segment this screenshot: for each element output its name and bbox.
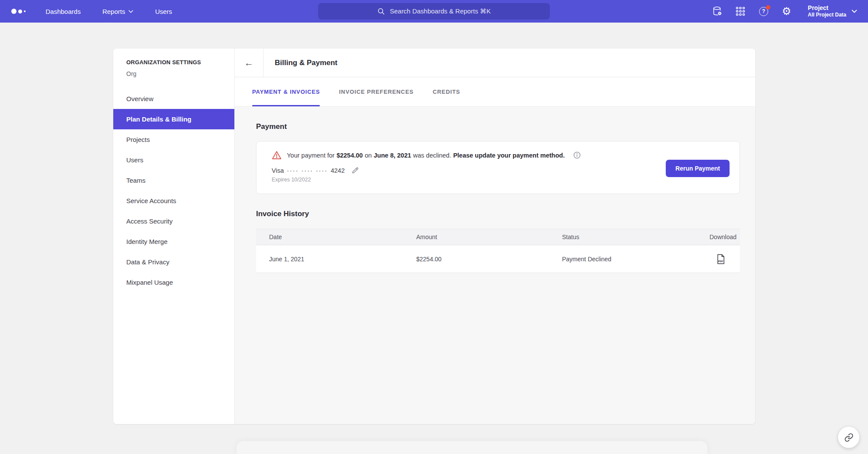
sidebar-items: Overview Plan Details & Billing Projects… [113,89,234,293]
nav-link-reports[interactable]: Reports [102,8,134,15]
billing-tabs: PAYMENT & INVOICES INVOICE PREFERENCES C… [235,77,755,107]
nav-link-dashboards[interactable]: Dashboards [46,8,81,15]
column-status: Status [562,234,697,240]
bottom-sheet-shadow [237,441,707,454]
invoice-table: Date Amount Status Download June 1, 2021… [256,229,740,273]
warning-triangle-icon [272,151,282,160]
sidebar-item-access-security[interactable]: Access Security [113,211,234,231]
back-button[interactable]: ← [235,49,263,77]
sidebar-title: ORGANIZATION SETTINGS [126,59,234,66]
invoice-amount: $2254.00 [416,256,562,263]
back-arrow-icon: ← [244,58,253,68]
sidebar-item-overview[interactable]: Overview [113,89,234,109]
tab-invoice-preferences[interactable]: INVOICE PREFERENCES [339,77,414,106]
apps-grid-icon[interactable] [735,6,746,16]
column-download: Download [710,234,736,240]
nav-link-users[interactable]: Users [155,8,172,15]
invoice-row: June 1, 2021 $2254.00 Payment Declined P… [256,245,740,273]
search-placeholder: Search Dashboards & Reports ⌘K [390,7,491,15]
chevron-down-icon [852,10,857,13]
settings-gear-icon[interactable]: ⚙ [781,6,792,16]
share-link-button[interactable] [838,427,859,448]
card-brand: Visa [272,167,284,174]
data-management-icon[interactable] [712,6,723,16]
invoice-table-header: Date Amount Status Download [256,229,740,245]
pdf-download-icon[interactable]: PDF [716,254,725,264]
tab-payment-invoices[interactable]: PAYMENT & INVOICES [252,77,320,106]
payment-warning-card: Your payment for$2254.00onJune 8, 2021wa… [256,141,740,194]
sidebar-item-projects[interactable]: Projects [113,129,234,150]
nav-links: Dashboards Reports Users [46,8,172,15]
invoice-status: Payment Declined [562,256,697,263]
payment-method: Visa ···· ···· ···· 4242 [272,166,729,174]
project-label: Project [808,4,828,12]
column-amount: Amount [416,234,562,240]
invoice-date: June 1, 2021 [269,256,416,263]
link-icon [844,433,854,442]
settings-panel: ORGANIZATION SETTINGS Org Overview Plan … [113,49,755,424]
tab-credits[interactable]: CREDITS [433,77,460,106]
sidebar-item-data-privacy[interactable]: Data & Privacy [113,252,234,272]
card-masked-digits: ···· ···· ···· [287,167,328,174]
top-navbar: Dashboards Reports Users Search Dashboar… [0,0,868,23]
rerun-payment-button[interactable]: Rerun Payment [666,160,730,177]
navbar-right: ? ⚙ Project All Project Data [712,0,857,23]
billing-main: ← Billing & Payment PAYMENT & INVOICES I… [235,49,755,424]
edit-pencil-icon[interactable] [351,166,359,174]
sidebar-item-teams[interactable]: Teams [113,170,234,191]
sidebar-item-service-accounts[interactable]: Service Accounts [113,191,234,211]
column-date: Date [269,234,416,240]
sidebar-item-mixpanel-usage[interactable]: Mixpanel Usage [113,272,234,293]
tab-content: Payment Your payment for$2254.00onJune 8… [235,107,755,424]
payment-declined-message: Your payment for$2254.00onJune 8, 2021wa… [272,151,729,160]
sidebar-item-users[interactable]: Users [113,150,234,170]
project-value: All Project Data [808,12,846,18]
svg-text:PDF: PDF [718,260,723,263]
invoice-history-title: Invoice History [256,210,740,218]
search-icon [377,7,385,15]
org-name: Org [126,70,234,77]
org-settings-sidebar: ORGANIZATION SETTINGS Org Overview Plan … [113,49,235,424]
page-title: Billing & Payment [263,49,338,77]
project-selector[interactable]: Project All Project Data [808,4,857,19]
card-expiry: Expires 10/2022 [272,177,729,183]
sidebar-item-plan-details-billing[interactable]: Plan Details & Billing [113,109,234,129]
notification-badge [766,5,770,10]
payment-section-title: Payment [256,122,740,131]
page-header: ← Billing & Payment [235,49,755,77]
card-last4: 4242 [331,167,345,174]
info-icon[interactable] [573,151,581,159]
help-icon[interactable]: ? [758,6,769,16]
search-input[interactable]: Search Dashboards & Reports ⌘K [318,3,550,20]
chevron-down-icon [128,10,133,13]
sidebar-item-identity-merge[interactable]: Identity Merge [113,231,234,252]
mixpanel-logo-icon[interactable] [11,9,26,14]
